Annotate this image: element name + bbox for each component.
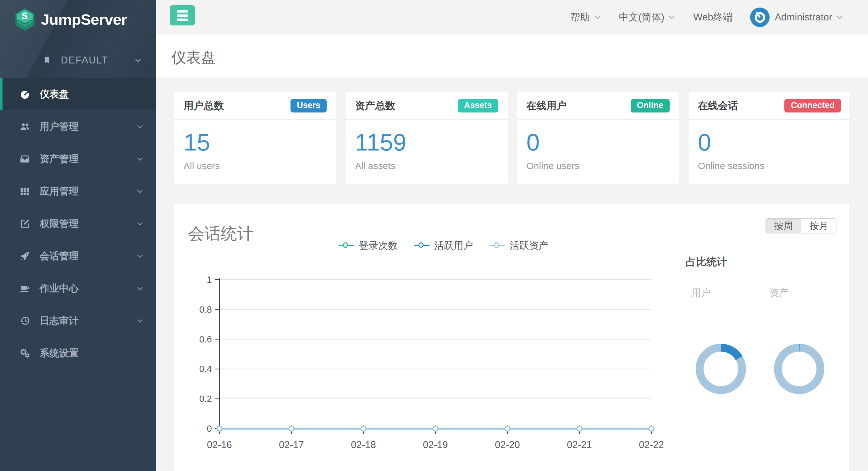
chevron-down-icon [136, 285, 144, 292]
card-header: 资产总数Assets [345, 92, 507, 120]
card-body: 0Online sessions [688, 120, 850, 171]
language-menu[interactable]: 中文(简体) [619, 11, 676, 24]
status-badge: Connected [784, 99, 841, 112]
topbar: 帮助 中文(简体) Web终端 [156, 0, 868, 35]
legend-item[interactable]: 活跃用户 [414, 239, 473, 252]
svg-text:02-16: 02-16 [207, 439, 232, 450]
jumpserver-logo-icon: S [14, 7, 35, 31]
range-button-group: 按周 按月 [766, 218, 837, 233]
svg-text:02-18: 02-18 [351, 439, 376, 450]
org-label: DEFAULT [61, 55, 108, 66]
total-assets-card: 资产总数Assets1159All assets [345, 92, 508, 185]
card-value[interactable]: 1159 [355, 129, 498, 156]
sidebar-item-label: 会话管理 [40, 249, 79, 263]
legend-label: 活跃用户 [434, 239, 473, 252]
sidebar-item-dashboard[interactable]: 仪表盘 [0, 78, 156, 110]
svg-text:0.6: 0.6 [199, 334, 212, 344]
svg-text:0.8: 0.8 [199, 304, 212, 314]
ratio-label-users: 用户 [691, 286, 711, 299]
help-menu[interactable]: 帮助 [570, 11, 601, 24]
sidebar-menu: 仪表盘用户管理资产管理应用管理权限管理会话管理作业中心日志审计系统设置 [0, 78, 156, 369]
card-title: 用户总数 [184, 99, 224, 113]
card-header: 用户总数Users [174, 92, 336, 120]
legend-marker-icon [414, 242, 430, 249]
legend-marker-icon [490, 242, 505, 249]
status-badge: Users [290, 99, 327, 112]
chevron-down-icon [136, 188, 144, 195]
sidebar-item-label: 用户管理 [40, 120, 79, 133]
sidebar-item-label: 权限管理 [40, 217, 79, 230]
sidebar-item-applications[interactable]: 应用管理 [0, 175, 156, 207]
card-subtitle: All assets [355, 161, 498, 171]
card-subtitle: Online users [527, 161, 670, 171]
user-name: Administrator [775, 12, 832, 23]
sidebar-item-ops-center[interactable]: 作业中心 [0, 272, 156, 304]
chevron-down-icon [668, 13, 676, 21]
card-body: 15All users [174, 120, 336, 171]
legend-label: 登录次数 [359, 239, 398, 252]
status-badge: Online [631, 99, 670, 112]
stat-cards-row: 用户总数Users15All users资产总数Assets1159All as… [174, 92, 851, 185]
sidebar-item-audits[interactable]: 日志审计 [0, 304, 156, 337]
legend-item[interactable]: 活跃资产 [490, 239, 549, 252]
sidebar: S JumpServer DEFAULT 仪表盘用户管理资产管理应用管理权限管理… [0, 0, 156, 471]
sidebar-item-label: 应用管理 [40, 185, 79, 198]
main-area: 帮助 中文(简体) Web终端 [156, 0, 868, 471]
card-subtitle: All users [184, 161, 327, 171]
sidebar-item-permissions[interactable]: 权限管理 [0, 207, 156, 240]
sidebar-item-label: 作业中心 [40, 282, 79, 295]
hamburger-icon [177, 10, 188, 12]
chart-legend: 登录次数活跃用户活跃资产 [339, 239, 549, 252]
svg-text:0.2: 0.2 [199, 394, 212, 404]
sidebar-item-sessions[interactable]: 会话管理 [0, 240, 156, 272]
users-icon [18, 121, 32, 132]
gears-icon [18, 348, 32, 359]
card-body: 0Online users [517, 120, 679, 171]
sidebar-item-users[interactable]: 用户管理 [0, 110, 156, 143]
topbar-right: 帮助 中文(简体) Web终端 [570, 0, 843, 35]
svg-text:02-20: 02-20 [495, 439, 520, 450]
by-month-button[interactable]: 按月 [801, 218, 837, 233]
card-body: 1159All assets [345, 120, 507, 171]
coffee-icon [18, 283, 32, 294]
web-terminal-link[interactable]: Web终端 [693, 11, 733, 24]
sidebar-toggle-button[interactable] [170, 5, 195, 26]
ratio-label-assets: 资产 [769, 286, 789, 299]
sidebar-item-label: 系统设置 [40, 346, 79, 360]
avatar [750, 7, 770, 27]
chevron-down-icon [594, 13, 601, 21]
chevron-down-icon [136, 252, 144, 260]
sidebar-item-settings[interactable]: 系统设置 [0, 337, 156, 369]
svg-text:02-17: 02-17 [279, 439, 304, 450]
app-logo: S JumpServer [14, 7, 127, 31]
legend-item[interactable]: 登录次数 [339, 239, 398, 252]
by-week-button[interactable]: 按周 [766, 218, 801, 233]
status-badge: Assets [458, 99, 498, 112]
app-title: JumpServer [41, 11, 127, 28]
card-header: 在线会话Connected [688, 92, 850, 120]
dashboard-icon [18, 89, 32, 100]
chevron-down-icon [136, 155, 144, 163]
ratio-title: 占比统计 [686, 255, 727, 269]
online-users-card: 在线用户Online0Online users [517, 92, 679, 185]
card-value[interactable]: 15 [184, 129, 327, 156]
org-selector[interactable]: DEFAULT [17, 54, 142, 67]
card-value[interactable]: 0 [698, 129, 841, 156]
sidebar-item-assets[interactable]: 资产管理 [0, 143, 156, 175]
chevron-down-icon [136, 123, 144, 130]
history-icon [18, 315, 32, 326]
svg-text:02-22: 02-22 [639, 439, 664, 450]
user-menu[interactable]: Administrator [750, 7, 843, 27]
session-line-chart: 00.20.40.60.8102-1602-1702-1802-1902-200… [174, 264, 709, 471]
sidebar-item-label: 日志审计 [40, 314, 79, 327]
power-icon [753, 10, 767, 25]
svg-text:0: 0 [207, 424, 212, 434]
card-title: 资产总数 [355, 99, 395, 113]
session-panel: 会话统计 登录次数活跃用户活跃资产 按周 按月 00.20.40.60.8102… [174, 204, 851, 471]
grid-icon [18, 186, 32, 197]
rocket-icon [18, 251, 32, 261]
card-value[interactable]: 0 [527, 129, 670, 156]
users-ratio-donut [689, 337, 752, 400]
chevron-down-icon [136, 220, 144, 228]
sidebar-header: S JumpServer DEFAULT [0, 0, 156, 78]
